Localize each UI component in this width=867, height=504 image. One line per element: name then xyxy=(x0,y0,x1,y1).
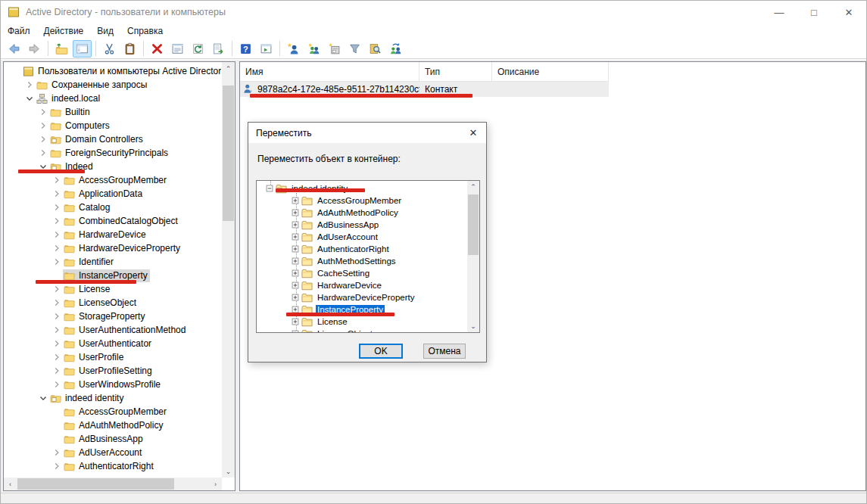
plus-expander-icon[interactable] xyxy=(290,316,301,328)
console-tree-item-indeed-local[interactable]: indeed.local xyxy=(4,92,221,105)
collapsed-expander-icon[interactable] xyxy=(51,310,63,322)
properties-icon[interactable] xyxy=(168,40,187,58)
list-row-контакт[interactable]: 9878a2c4-172e-485e-9511-27b114230cf3Конт… xyxy=(240,82,609,97)
plus-expander-icon[interactable] xyxy=(290,291,301,303)
plus-expander-icon[interactable] xyxy=(290,194,301,207)
dialog-tree-item-cachesetting[interactable]: CacheSetting xyxy=(257,267,466,279)
console-tree-item-userauthenticationmethod[interactable]: UserAuthenticationMethod xyxy=(4,323,221,337)
console-tree-item-сохраненные-запросы[interactable]: Сохраненные запросы xyxy=(4,78,221,92)
paste-icon[interactable] xyxy=(120,40,139,58)
plus-expander-icon[interactable] xyxy=(290,243,301,255)
ok-button[interactable]: OK xyxy=(359,344,403,359)
column-header-type[interactable]: Тип xyxy=(419,62,492,82)
console-tree-item-userprofile[interactable]: UserProfile xyxy=(4,350,221,364)
collapsed-expander-icon[interactable] xyxy=(51,351,63,363)
dialog-tree-item-licenseobject[interactable]: LicenseObject xyxy=(257,328,466,332)
expanded-expander-icon[interactable] xyxy=(37,392,49,404)
collapsed-expander-icon[interactable] xyxy=(23,79,36,91)
dialog-close-button[interactable]: ✕ xyxy=(465,125,482,140)
console-tree-item-пользователи-и-компьютеры-active-directory-dc[interactable]: Пользователи и компьютеры Active Directo… xyxy=(4,64,221,78)
collapsed-expander-icon[interactable] xyxy=(51,460,63,472)
collapsed-expander-icon[interactable] xyxy=(51,201,63,213)
console-tree-item-foreignsecurityprincipals[interactable]: ForeignSecurityPrincipals xyxy=(4,146,221,160)
dialog-tree-vertical-scrollbar[interactable]: ⌃ ⌄ xyxy=(467,181,479,332)
dialog-tree-item-aduseraccount[interactable]: AdUserAccount xyxy=(257,231,466,243)
filter-icon[interactable] xyxy=(345,40,364,58)
scroll-thumb[interactable] xyxy=(223,86,234,221)
console-tree-item-license[interactable]: License xyxy=(4,282,221,296)
console-tree-item-builtin[interactable]: Builtin xyxy=(4,105,221,119)
dialog-tree-item-indeed-identity[interactable]: indeed identity xyxy=(257,182,466,194)
console-tree-item-indeed[interactable]: Indeed xyxy=(4,160,221,173)
dialog-tree-item-hardwaredevice[interactable]: HardwareDevice xyxy=(257,279,466,291)
find-icon[interactable] xyxy=(366,40,385,58)
view-window-icon[interactable] xyxy=(257,40,276,58)
collapsed-expander-icon[interactable] xyxy=(51,174,63,186)
plus-expander-icon[interactable] xyxy=(290,267,301,279)
console-tree-item-userwindowsprofile[interactable]: UserWindowsProfile xyxy=(4,378,221,391)
console-tree-item-indeed-identity[interactable]: indeed identity xyxy=(4,391,221,405)
plus-expander-icon[interactable] xyxy=(290,303,301,316)
plus-expander-icon[interactable] xyxy=(290,279,301,291)
dialog-tree-item-instanceproperty[interactable]: InstanceProperty xyxy=(257,303,466,316)
collapsed-expander-icon[interactable] xyxy=(37,133,49,145)
scroll-up-arrow[interactable]: ⌃ xyxy=(222,62,235,75)
show-console-tree-icon[interactable] xyxy=(73,40,92,58)
console-tree-item-licenseobject[interactable]: LicenseObject xyxy=(4,296,221,310)
dialog-tree-item-authmethodsettings[interactable]: AuthMethodSettings xyxy=(257,255,466,267)
plus-expander-icon[interactable] xyxy=(290,255,301,267)
collapsed-expander-icon[interactable] xyxy=(51,256,63,268)
minimize-button[interactable]: — xyxy=(762,1,797,23)
console-tree-item-accessgroupmember[interactable]: AccessGroupMember xyxy=(4,405,221,418)
scroll-thumb[interactable] xyxy=(17,478,174,490)
create-ou-icon[interactable] xyxy=(325,40,344,58)
scroll-up-arrow[interactable]: ⌃ xyxy=(467,181,479,193)
dialog-tree-item-accessgroupmember[interactable]: AccessGroupMember xyxy=(257,194,466,207)
cut-icon[interactable] xyxy=(100,40,119,58)
dialog-tree-item-adbusinessapp[interactable]: AdBusinessApp xyxy=(257,219,466,231)
refresh-icon[interactable] xyxy=(189,40,207,58)
scroll-right-arrow[interactable]: › xyxy=(209,478,222,490)
menu-help[interactable]: Справка xyxy=(120,24,170,38)
help-icon[interactable]: ? xyxy=(236,40,255,58)
dialog-tree-item-adauthmethodpolicy[interactable]: AdAuthMethodPolicy xyxy=(257,207,466,219)
menu-file[interactable]: Файл xyxy=(1,24,37,38)
console-tree-item-identifier[interactable]: Identifier xyxy=(4,255,221,269)
cancel-button[interactable]: Отмена xyxy=(423,344,466,359)
scroll-down-arrow[interactable]: ⌄ xyxy=(467,320,479,332)
console-tree-item-aduseraccount[interactable]: AdUserAccount xyxy=(4,446,221,459)
scroll-down-arrow[interactable]: ⌄ xyxy=(222,465,235,478)
collapsed-expander-icon[interactable] xyxy=(51,338,63,350)
plus-expander-icon[interactable] xyxy=(290,207,301,219)
create-group-icon[interactable] xyxy=(304,40,323,58)
maximize-button[interactable]: □ xyxy=(797,1,831,23)
menu-view[interactable]: Вид xyxy=(90,24,120,38)
left-pane-horizontal-scrollbar[interactable]: ‹ › xyxy=(4,478,222,490)
column-header-name[interactable]: Имя xyxy=(240,62,419,82)
collapsed-expander-icon[interactable] xyxy=(51,229,63,241)
expanded-expander-icon[interactable] xyxy=(23,92,36,104)
collapsed-expander-icon[interactable] xyxy=(51,378,63,390)
plus-expander-icon[interactable] xyxy=(290,231,301,243)
delete-icon[interactable] xyxy=(148,40,167,58)
console-tree-item-catalog[interactable]: Catalog xyxy=(4,201,221,214)
plus-expander-icon[interactable] xyxy=(290,219,301,231)
console-tree-item-domain-controllers[interactable]: Domain Controllers xyxy=(4,132,221,146)
collapsed-expander-icon[interactable] xyxy=(51,242,63,254)
column-header-description[interactable]: Описание xyxy=(492,62,609,82)
collapsed-expander-icon[interactable] xyxy=(51,188,63,200)
console-tree-item-userprofilesetting[interactable]: UserProfileSetting xyxy=(4,364,221,378)
console-tree-item-combinedcatalogobject[interactable]: CombinedCatalogObject xyxy=(4,214,221,228)
collapsed-expander-icon[interactable] xyxy=(51,365,63,377)
expanded-expander-icon[interactable] xyxy=(37,160,49,173)
console-tree-item-storageproperty[interactable]: StorageProperty xyxy=(4,310,221,323)
menu-action[interactable]: Действие xyxy=(37,24,91,38)
forward-icon[interactable] xyxy=(25,40,44,58)
collapsed-expander-icon[interactable] xyxy=(37,147,49,159)
dialog-tree-item-license[interactable]: License xyxy=(257,316,466,328)
console-tree-item-hardwaredevice[interactable]: HardwareDevice xyxy=(4,228,221,241)
collapsed-expander-icon[interactable] xyxy=(51,283,63,295)
plus-expander-icon[interactable] xyxy=(290,328,301,332)
console-tree-item-adbusinessapp[interactable]: AdBusinessApp xyxy=(4,432,221,446)
create-user-icon[interactable] xyxy=(284,40,303,58)
